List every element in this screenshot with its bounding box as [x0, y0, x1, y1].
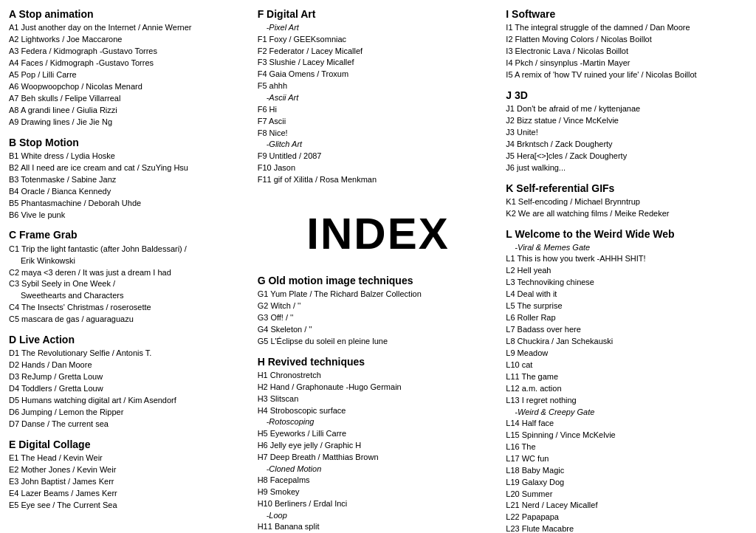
list-item: D2 Hands / Dan Moore — [9, 360, 250, 371]
list-item: D6 Jumping / Lemon the Ripper — [9, 407, 250, 419]
list-item: L12 a.m. action — [506, 383, 747, 395]
section-j: J 3DJ1 Don't be afraid of me / kyttenjan… — [506, 89, 747, 174]
page-layout: A Stop animationA1 Just another day on t… — [9, 7, 747, 533]
section-title-j: J 3D — [506, 89, 747, 102]
section-title-e: E Digital Collage — [9, 438, 250, 451]
list-item: L3 Technoviking chinese — [506, 277, 747, 289]
list-item: F3 Slushie / Lacey Micallef — [258, 57, 499, 69]
list-item: L14 Half face — [506, 418, 747, 430]
section-l: L Welcome to the Weird Wide Web-Viral & … — [506, 227, 747, 533]
list-item: L4 Deal with it — [506, 289, 747, 300]
list-item: I3 Electronic Lava / Nicolas Boillot — [506, 46, 747, 58]
section-title-c: C Frame Grab — [9, 228, 250, 241]
section-title-h: H Revived techniques — [258, 355, 499, 368]
column-3: I SoftwareI1 The integral struggle of th… — [506, 7, 747, 533]
list-item: A3 Federa / Kidmograph -Gustavo Torres — [9, 46, 250, 58]
list-item: L18 Baby Magic — [506, 465, 747, 477]
list-item: K1 Self-encoding / Michael Brynntrup — [506, 196, 747, 208]
list-item: B4 Oracle / Bianca Kennedy — [9, 186, 250, 198]
section-subtitle-inline: -Loop — [267, 510, 499, 521]
section-h: H Revived techniquesH1 ChronostretchH2 H… — [258, 355, 499, 533]
list-item: G1 Yum Plate / The Richard Balzer Collec… — [258, 289, 499, 300]
list-item: I2 Flatten Moving Colors / Nicolas Boill… — [506, 34, 747, 46]
list-item: J4 Brkntsch / Zack Dougherty — [506, 139, 747, 151]
list-item: A5 Pop / Lilli Carre — [9, 69, 250, 81]
list-item: L6 Roller Rap — [506, 312, 747, 324]
list-item: A2 Lightworks / Joe Maccarone — [9, 34, 250, 46]
section-title-i: I Software — [506, 7, 747, 21]
section-i: I SoftwareI1 The integral struggle of th… — [506, 7, 747, 81]
list-item: A4 Faces / Kidmograph -Gustavo Torres — [9, 58, 250, 69]
list-item: J6 just walking... — [506, 162, 747, 174]
section-subtitle-inline: -Weird & Creepy Gate — [515, 407, 747, 418]
list-item: H5 Eyeworks / Lilli Carre — [258, 428, 499, 440]
list-item: L21 Nerd / Lacey Micallef — [506, 500, 747, 512]
section-subtitle-inline: -Rotoscoping — [267, 416, 499, 427]
list-item: Erik Winkowski — [9, 255, 250, 267]
list-item: F8 Nice! — [258, 128, 499, 140]
section-subtitle-inline: -Ascii Art — [267, 92, 499, 103]
index-title: INDEX — [258, 208, 499, 259]
list-item: E4 Lazer Beams / James Kerr — [9, 488, 250, 500]
list-item: L19 Galaxy Dog — [506, 477, 747, 489]
list-item: H4 Stroboscopic surface — [258, 405, 499, 417]
column-2: F Digital Art-Pixel ArtF1 Foxy / GEEKsom… — [258, 7, 499, 533]
list-item: I4 Pkch / sinsynplus -Martin Mayer — [506, 58, 747, 69]
list-item: G3 Off! / '' — [258, 312, 499, 324]
list-item: A9 Drawing lines / Jie Jie Ng — [9, 117, 250, 128]
list-item: D3 ReJump / Gretta Louw — [9, 371, 250, 383]
list-item: L2 Hell yeah — [506, 265, 747, 277]
list-item: Sweethearts and Characters — [9, 290, 250, 302]
section-title-k: K Self-referential GIFs — [506, 182, 747, 195]
list-item: F5 ahhh — [258, 80, 499, 92]
list-item: J3 Unite! — [506, 127, 747, 139]
list-item: D5 Humans watching digital art / Kim Ase… — [9, 395, 250, 407]
list-item: C3 Sybil Seely in One Week / — [9, 278, 250, 290]
section-k: K Self-referential GIFsK1 Self-encoding … — [506, 182, 747, 220]
list-item: G4 Skeleton / '' — [258, 324, 499, 336]
list-item: F2 Federator / Lacey Micallef — [258, 46, 499, 58]
list-item: C1 Trip the light fantastic (after John … — [9, 244, 250, 255]
list-item: J2 Bizz statue / Vince McKelvie — [506, 115, 747, 127]
section-subtitle-inline: -Glitch Art — [267, 139, 499, 150]
list-item: A1 Just another day on the Internet / An… — [9, 22, 250, 34]
list-item: F11 gif of Xilitla / Rosa Menkman — [258, 174, 499, 186]
list-item: L7 Badass over here — [506, 324, 747, 336]
list-item: L13 I regret nothing — [506, 395, 747, 407]
list-item: D1 The Revolutionary Selfie / Antonis T. — [9, 348, 250, 360]
list-item: L20 Summer — [506, 489, 747, 501]
section-title-d: D Live Action — [9, 333, 250, 346]
list-item: E2 Mother Jones / Kevin Weir — [9, 464, 250, 476]
list-item: L23 Flute Macabre — [506, 523, 747, 533]
section-subtitle-inline: -Cloned Motion — [267, 464, 499, 475]
list-item: L15 Spinning / Vince McKelvie — [506, 430, 747, 441]
list-item: F9 Untitled / 2087 — [258, 151, 499, 162]
list-item: H11 Banana split — [258, 521, 499, 533]
list-item: E3 John Baptist / James Kerr — [9, 476, 250, 488]
list-item: I5 A remix of 'how TV ruined your life' … — [506, 69, 747, 81]
list-item: L1 This is how you twerk -AHHH SHIT! — [506, 253, 747, 265]
list-item: H1 Chronostretch — [258, 370, 499, 382]
list-item: L10 cat — [506, 360, 747, 371]
section-f: F Digital Art-Pixel ArtF1 Foxy / GEEKsom… — [258, 7, 499, 186]
list-item: J5 Hera[<>]cles / Zack Dougherty — [506, 151, 747, 162]
list-item: H9 Smokey — [258, 486, 499, 498]
list-item: B1 White dress / Lydia Hoske — [9, 151, 250, 162]
list-item: H6 Jelly eye jelly / Graphic H — [258, 440, 499, 452]
section-title-a: A Stop animation — [9, 7, 250, 21]
list-item: E1 The Head / Kevin Weir — [9, 453, 250, 464]
list-item: B2 All I need are ice cream and cat / Sz… — [9, 162, 250, 174]
list-item: H7 Deep Breath / Matthias Brown — [258, 452, 499, 464]
section-title-l: L Welcome to the Weird Wide Web — [506, 227, 747, 241]
section-d: D Live ActionD1 The Revolutionary Selfie… — [9, 333, 250, 430]
column-1: A Stop animationA1 Just another day on t… — [9, 7, 250, 533]
list-item: G5 L'Éclipse du soleil en pleine lune — [258, 336, 499, 348]
section-title-b: B Stop Motion — [9, 136, 250, 149]
list-item: D7 Danse / The current sea — [9, 419, 250, 430]
list-item: L17 WC fun — [506, 453, 747, 465]
list-item: C4 The Insects' Christmas / roserosette — [9, 302, 250, 314]
list-item: K2 We are all watching films / Meike Red… — [506, 208, 747, 220]
list-item: L11 The game — [506, 371, 747, 383]
list-item: L16 The — [506, 441, 747, 453]
list-item: E5 Eye see / The Current Sea — [9, 500, 250, 512]
